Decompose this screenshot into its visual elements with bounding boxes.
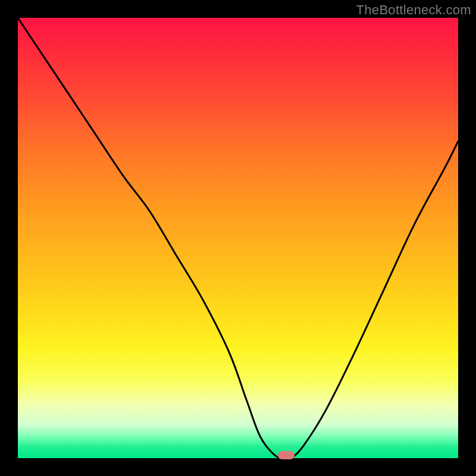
bottleneck-curve (18, 18, 458, 458)
chart-frame: TheBottleneck.com (0, 0, 476, 476)
plot-area (18, 18, 458, 458)
optimal-marker (278, 451, 295, 459)
watermark-text: TheBottleneck.com (356, 2, 471, 18)
